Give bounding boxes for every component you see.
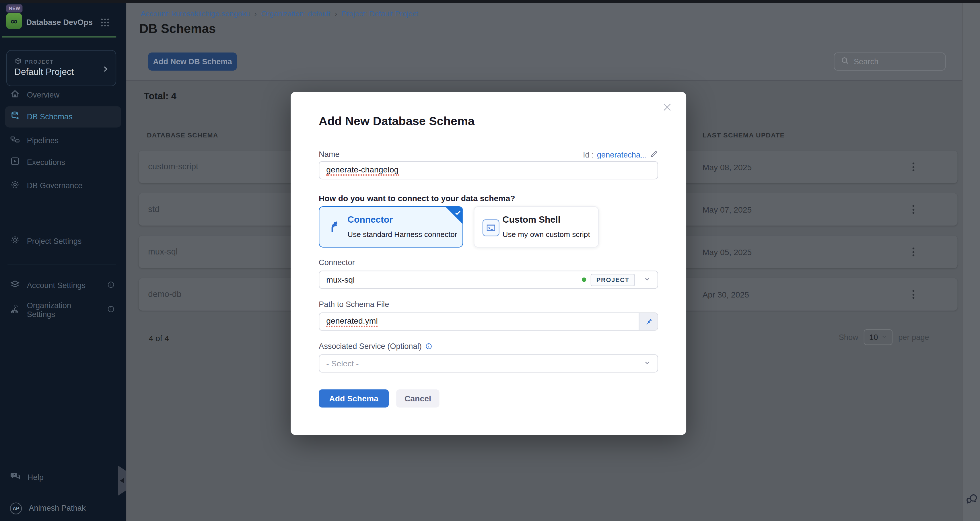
- sidebar-item-executions[interactable]: Executions: [5, 155, 121, 171]
- sidebar-collapse-handle[interactable]: [118, 466, 126, 496]
- add-new-db-schema-button[interactable]: Add New DB Schema: [148, 53, 237, 70]
- connector-select[interactable]: mux-sql PROJECT: [319, 271, 658, 288]
- gear-icon: [10, 235, 20, 248]
- search-input[interactable]: [854, 57, 935, 66]
- breadcrumb-project-link[interactable]: Project: Default Project: [342, 10, 418, 18]
- right-gutter: [962, 3, 980, 521]
- sidebar-divider: [8, 264, 116, 264]
- row-menu-kebab-icon[interactable]: [907, 161, 919, 173]
- chevron-right-icon: [101, 64, 109, 75]
- governance-gear-icon: [10, 179, 20, 192]
- sidebar-item-help[interactable]: ? Help: [5, 469, 121, 486]
- help-chat-icon: ?: [10, 471, 21, 484]
- connector-label: Connector: [319, 258, 355, 267]
- id-value-link[interactable]: generatecha...: [597, 151, 647, 159]
- pagination-count: 4 of 4: [149, 334, 169, 343]
- breadcrumb: Account: kurosakiichigo.songoku › Organi…: [141, 10, 418, 18]
- search-icon: [841, 56, 850, 67]
- sidebar-item-organization-settings[interactable]: Organization Settings: [5, 302, 121, 318]
- page-size-select[interactable]: 10: [864, 329, 892, 345]
- connector-status-dot: [582, 277, 586, 282]
- option-card-connector[interactable]: Connector Use standard Harness connector: [319, 206, 463, 248]
- pin-button[interactable]: [639, 313, 657, 330]
- name-field[interactable]: generate-changelog: [319, 161, 658, 179]
- sidebar: NEW ∞ Database DevOps PROJECT Default Pr…: [0, 0, 126, 521]
- project-name: Default Project: [14, 67, 74, 77]
- add-schema-button[interactable]: Add Schema: [319, 389, 389, 407]
- new-badge: NEW: [6, 4, 23, 12]
- module-grid-icon[interactable]: [100, 18, 110, 30]
- add-schema-modal: Add New Database Schema Name Id : genera…: [291, 92, 686, 435]
- modal-title: Add New Database Schema: [319, 115, 474, 128]
- scope-badge: PROJECT: [591, 273, 635, 286]
- info-icon[interactable]: [425, 343, 432, 352]
- pipelines-icon: [10, 134, 20, 147]
- brand-title: Database DevOps: [26, 18, 93, 27]
- row-menu-kebab-icon[interactable]: [907, 203, 919, 216]
- path-label: Path to Schema File: [319, 300, 389, 309]
- collapse-left-icon: [120, 478, 124, 483]
- brand-divider: [2, 36, 116, 37]
- terminal-icon: [482, 220, 500, 236]
- cancel-button[interactable]: Cancel: [396, 389, 439, 407]
- info-icon[interactable]: [107, 280, 115, 291]
- sidebar-item-db-governance[interactable]: DB Governance: [5, 178, 121, 194]
- layers-icon: [10, 279, 20, 292]
- breadcrumb-separator: ›: [335, 10, 337, 18]
- sidebar-item-overview[interactable]: Overview: [5, 87, 121, 103]
- sidebar-item-db-schemas[interactable]: DB Schemas: [5, 106, 121, 127]
- row-menu-kebab-icon[interactable]: [907, 288, 919, 301]
- org-hierarchy-icon: [10, 304, 20, 317]
- home-icon: [10, 89, 20, 101]
- sidebar-item-pipelines[interactable]: Pipelines: [5, 132, 121, 149]
- path-field[interactable]: generated.yml: [319, 313, 639, 330]
- chevron-down-icon: [881, 333, 887, 342]
- window-top-strip: [0, 0, 980, 3]
- db-schema-icon: [10, 111, 20, 123]
- edit-pencil-icon[interactable]: [650, 150, 658, 160]
- breadcrumb-account-link[interactable]: Account: kurosakiichigo.songoku: [141, 10, 250, 18]
- row-menu-kebab-icon[interactable]: [907, 245, 919, 258]
- close-icon[interactable]: [662, 102, 673, 115]
- pagination-controls: Show 10 per page: [839, 329, 929, 345]
- database-devops-logo-icon: ∞: [6, 13, 22, 29]
- cube-icon: [14, 56, 22, 67]
- sidebar-item-project-settings[interactable]: Project Settings: [5, 233, 121, 250]
- connect-question: How do you want to connect to your data …: [319, 194, 515, 203]
- path-field-wrapper: generated.yml: [319, 312, 658, 330]
- breadcrumb-separator: ›: [254, 10, 257, 18]
- schema-id-row: Id : generatecha...: [583, 150, 658, 160]
- branch-arrows-icon: [328, 220, 342, 237]
- per-page-label: per page: [898, 333, 929, 342]
- id-prefix: Id :: [583, 151, 594, 159]
- column-header-database-schema: DATABASE SCHEMA: [147, 131, 218, 139]
- breadcrumb-org-link[interactable]: Organization: default: [261, 10, 330, 18]
- check-icon: [454, 207, 461, 218]
- chat-bubbles-icon[interactable]: [966, 493, 978, 508]
- executions-icon: [10, 156, 20, 169]
- search-input-wrapper: [834, 53, 946, 70]
- column-header-last-schema-update: LAST SCHEMA UPDATE: [703, 131, 785, 139]
- project-selector[interactable]: PROJECT Default Project: [6, 50, 116, 86]
- project-label: PROJECT: [25, 59, 54, 65]
- chevron-down-icon: [644, 358, 651, 368]
- user-name: Animesh Pathak: [29, 504, 86, 512]
- screen: NEW ∞ Database DevOps PROJECT Default Pr…: [0, 0, 980, 521]
- user-menu[interactable]: AP Animesh Pathak: [5, 500, 121, 516]
- service-select[interactable]: - Select -: [319, 354, 658, 373]
- chevron-down-icon: [644, 275, 651, 285]
- show-label: Show: [839, 333, 858, 342]
- svg-text:?: ?: [13, 473, 15, 477]
- option-card-custom-shell[interactable]: Custom Shell Use my own custom script: [474, 206, 599, 248]
- service-label: Associated Service (Optional): [319, 342, 432, 352]
- page-title: DB Schemas: [139, 22, 216, 36]
- total-count: Total: 4: [144, 91, 177, 101]
- avatar: AP: [10, 502, 22, 514]
- sidebar-item-account-settings[interactable]: Account Settings: [5, 277, 121, 294]
- name-label: Name: [319, 150, 340, 159]
- info-icon[interactable]: [107, 304, 115, 315]
